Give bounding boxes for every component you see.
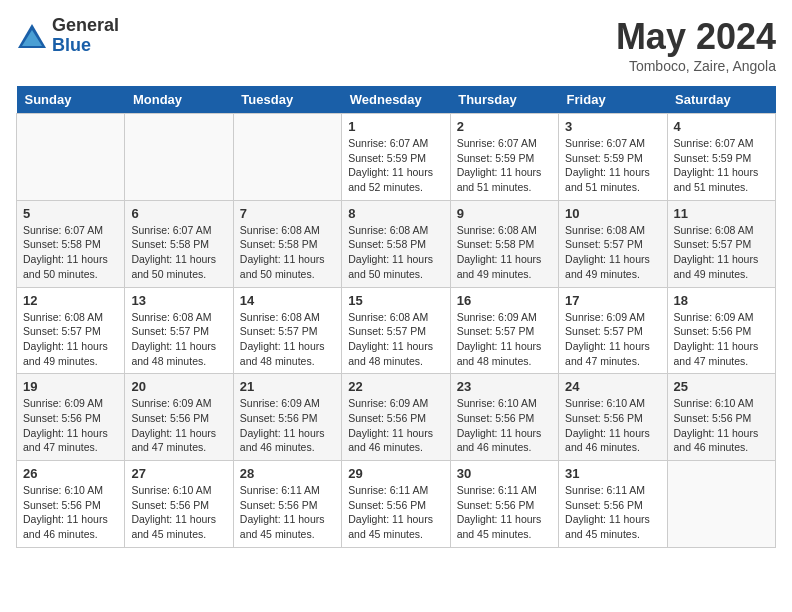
day-number: 16 [457, 293, 552, 308]
day-number: 25 [674, 379, 769, 394]
day-detail: Sunrise: 6:10 AM Sunset: 5:56 PM Dayligh… [565, 396, 660, 455]
day-number: 6 [131, 206, 226, 221]
header-monday: Monday [125, 86, 233, 114]
day-number: 15 [348, 293, 443, 308]
calendar-cell: 23Sunrise: 6:10 AM Sunset: 5:56 PM Dayli… [450, 374, 558, 461]
day-number: 20 [131, 379, 226, 394]
day-detail: Sunrise: 6:09 AM Sunset: 5:56 PM Dayligh… [23, 396, 118, 455]
day-detail: Sunrise: 6:07 AM Sunset: 5:59 PM Dayligh… [457, 136, 552, 195]
day-number: 18 [674, 293, 769, 308]
calendar-cell: 17Sunrise: 6:09 AM Sunset: 5:57 PM Dayli… [559, 287, 667, 374]
day-detail: Sunrise: 6:09 AM Sunset: 5:57 PM Dayligh… [457, 310, 552, 369]
day-number: 17 [565, 293, 660, 308]
day-number: 11 [674, 206, 769, 221]
calendar-cell: 6Sunrise: 6:07 AM Sunset: 5:58 PM Daylig… [125, 200, 233, 287]
day-detail: Sunrise: 6:07 AM Sunset: 5:59 PM Dayligh… [565, 136, 660, 195]
calendar-cell: 5Sunrise: 6:07 AM Sunset: 5:58 PM Daylig… [17, 200, 125, 287]
calendar-table: SundayMondayTuesdayWednesdayThursdayFrid… [16, 86, 776, 548]
day-detail: Sunrise: 6:08 AM Sunset: 5:58 PM Dayligh… [240, 223, 335, 282]
day-number: 12 [23, 293, 118, 308]
week-row-1: 1Sunrise: 6:07 AM Sunset: 5:59 PM Daylig… [17, 114, 776, 201]
week-row-2: 5Sunrise: 6:07 AM Sunset: 5:58 PM Daylig… [17, 200, 776, 287]
day-detail: Sunrise: 6:11 AM Sunset: 5:56 PM Dayligh… [457, 483, 552, 542]
day-number: 24 [565, 379, 660, 394]
header-thursday: Thursday [450, 86, 558, 114]
week-row-3: 12Sunrise: 6:08 AM Sunset: 5:57 PM Dayli… [17, 287, 776, 374]
calendar-cell [17, 114, 125, 201]
day-detail: Sunrise: 6:10 AM Sunset: 5:56 PM Dayligh… [457, 396, 552, 455]
day-detail: Sunrise: 6:10 AM Sunset: 5:56 PM Dayligh… [23, 483, 118, 542]
day-detail: Sunrise: 6:11 AM Sunset: 5:56 PM Dayligh… [565, 483, 660, 542]
page-header: General Blue May 2024 Tomboco, Zaire, An… [16, 16, 776, 74]
day-number: 26 [23, 466, 118, 481]
day-detail: Sunrise: 6:09 AM Sunset: 5:56 PM Dayligh… [348, 396, 443, 455]
calendar-cell: 3Sunrise: 6:07 AM Sunset: 5:59 PM Daylig… [559, 114, 667, 201]
day-detail: Sunrise: 6:09 AM Sunset: 5:57 PM Dayligh… [565, 310, 660, 369]
header-saturday: Saturday [667, 86, 775, 114]
day-number: 28 [240, 466, 335, 481]
day-number: 23 [457, 379, 552, 394]
day-detail: Sunrise: 6:09 AM Sunset: 5:56 PM Dayligh… [240, 396, 335, 455]
day-detail: Sunrise: 6:11 AM Sunset: 5:56 PM Dayligh… [348, 483, 443, 542]
day-number: 14 [240, 293, 335, 308]
calendar-cell: 30Sunrise: 6:11 AM Sunset: 5:56 PM Dayli… [450, 461, 558, 548]
day-detail: Sunrise: 6:07 AM Sunset: 5:58 PM Dayligh… [131, 223, 226, 282]
header-row: SundayMondayTuesdayWednesdayThursdayFrid… [17, 86, 776, 114]
day-number: 13 [131, 293, 226, 308]
day-number: 10 [565, 206, 660, 221]
day-detail: Sunrise: 6:10 AM Sunset: 5:56 PM Dayligh… [131, 483, 226, 542]
header-sunday: Sunday [17, 86, 125, 114]
calendar-cell: 10Sunrise: 6:08 AM Sunset: 5:57 PM Dayli… [559, 200, 667, 287]
calendar-cell: 26Sunrise: 6:10 AM Sunset: 5:56 PM Dayli… [17, 461, 125, 548]
title-block: May 2024 Tomboco, Zaire, Angola [616, 16, 776, 74]
day-number: 21 [240, 379, 335, 394]
day-detail: Sunrise: 6:08 AM Sunset: 5:57 PM Dayligh… [23, 310, 118, 369]
day-detail: Sunrise: 6:08 AM Sunset: 5:58 PM Dayligh… [457, 223, 552, 282]
calendar-cell: 7Sunrise: 6:08 AM Sunset: 5:58 PM Daylig… [233, 200, 341, 287]
calendar-cell: 4Sunrise: 6:07 AM Sunset: 5:59 PM Daylig… [667, 114, 775, 201]
day-detail: Sunrise: 6:08 AM Sunset: 5:57 PM Dayligh… [131, 310, 226, 369]
calendar-cell: 1Sunrise: 6:07 AM Sunset: 5:59 PM Daylig… [342, 114, 450, 201]
calendar-cell: 15Sunrise: 6:08 AM Sunset: 5:57 PM Dayli… [342, 287, 450, 374]
calendar-cell [125, 114, 233, 201]
day-number: 31 [565, 466, 660, 481]
logo-icon [16, 22, 48, 50]
calendar-cell: 2Sunrise: 6:07 AM Sunset: 5:59 PM Daylig… [450, 114, 558, 201]
day-detail: Sunrise: 6:08 AM Sunset: 5:57 PM Dayligh… [348, 310, 443, 369]
month-title: May 2024 [616, 16, 776, 58]
calendar-cell: 28Sunrise: 6:11 AM Sunset: 5:56 PM Dayli… [233, 461, 341, 548]
day-detail: Sunrise: 6:07 AM Sunset: 5:59 PM Dayligh… [348, 136, 443, 195]
day-number: 9 [457, 206, 552, 221]
day-number: 4 [674, 119, 769, 134]
header-wednesday: Wednesday [342, 86, 450, 114]
calendar-cell: 12Sunrise: 6:08 AM Sunset: 5:57 PM Dayli… [17, 287, 125, 374]
day-detail: Sunrise: 6:11 AM Sunset: 5:56 PM Dayligh… [240, 483, 335, 542]
day-detail: Sunrise: 6:07 AM Sunset: 5:58 PM Dayligh… [23, 223, 118, 282]
day-number: 30 [457, 466, 552, 481]
calendar-cell: 19Sunrise: 6:09 AM Sunset: 5:56 PM Dayli… [17, 374, 125, 461]
calendar-cell: 25Sunrise: 6:10 AM Sunset: 5:56 PM Dayli… [667, 374, 775, 461]
day-number: 19 [23, 379, 118, 394]
location: Tomboco, Zaire, Angola [616, 58, 776, 74]
day-number: 2 [457, 119, 552, 134]
day-detail: Sunrise: 6:07 AM Sunset: 5:59 PM Dayligh… [674, 136, 769, 195]
week-row-5: 26Sunrise: 6:10 AM Sunset: 5:56 PM Dayli… [17, 461, 776, 548]
day-detail: Sunrise: 6:09 AM Sunset: 5:56 PM Dayligh… [131, 396, 226, 455]
day-detail: Sunrise: 6:08 AM Sunset: 5:57 PM Dayligh… [674, 223, 769, 282]
calendar-cell: 16Sunrise: 6:09 AM Sunset: 5:57 PM Dayli… [450, 287, 558, 374]
day-number: 1 [348, 119, 443, 134]
header-friday: Friday [559, 86, 667, 114]
day-number: 5 [23, 206, 118, 221]
calendar-cell: 29Sunrise: 6:11 AM Sunset: 5:56 PM Dayli… [342, 461, 450, 548]
calendar-cell: 20Sunrise: 6:09 AM Sunset: 5:56 PM Dayli… [125, 374, 233, 461]
calendar-cell: 31Sunrise: 6:11 AM Sunset: 5:56 PM Dayli… [559, 461, 667, 548]
calendar-cell: 11Sunrise: 6:08 AM Sunset: 5:57 PM Dayli… [667, 200, 775, 287]
calendar-cell [667, 461, 775, 548]
logo-blue-text: Blue [52, 36, 119, 56]
day-detail: Sunrise: 6:09 AM Sunset: 5:56 PM Dayligh… [674, 310, 769, 369]
day-detail: Sunrise: 6:08 AM Sunset: 5:58 PM Dayligh… [348, 223, 443, 282]
day-number: 29 [348, 466, 443, 481]
day-number: 7 [240, 206, 335, 221]
day-number: 3 [565, 119, 660, 134]
day-number: 22 [348, 379, 443, 394]
